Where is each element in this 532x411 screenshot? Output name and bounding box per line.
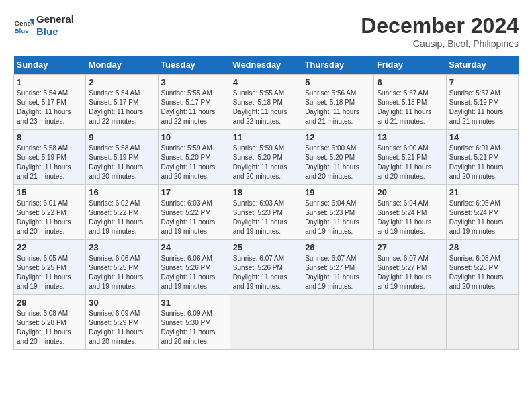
logo-line2: Blue xyxy=(36,26,74,38)
day-info: Sunrise: 5:55 AM Sunset: 5:18 PM Dayligh… xyxy=(233,89,299,126)
calendar-cell: 22 Sunrise: 6:05 AM Sunset: 5:25 PM Dayl… xyxy=(14,240,86,295)
calendar-cell: 21 Sunrise: 6:05 AM Sunset: 5:24 PM Dayl… xyxy=(446,185,518,240)
calendar-week-row: 8 Sunrise: 5:58 AM Sunset: 5:19 PM Dayli… xyxy=(14,130,519,185)
day-info: Sunrise: 5:59 AM Sunset: 5:20 PM Dayligh… xyxy=(161,144,227,181)
calendar-cell: 11 Sunrise: 5:59 AM Sunset: 5:20 PM Dayl… xyxy=(230,130,302,185)
day-number: 26 xyxy=(305,242,371,253)
calendar-cell: 24 Sunrise: 6:06 AM Sunset: 5:26 PM Dayl… xyxy=(158,240,230,295)
day-info: Sunrise: 6:03 AM Sunset: 5:22 PM Dayligh… xyxy=(161,199,227,236)
day-info: Sunrise: 6:08 AM Sunset: 5:28 PM Dayligh… xyxy=(17,309,83,347)
day-number: 24 xyxy=(161,242,227,253)
calendar-week-row: 22 Sunrise: 6:05 AM Sunset: 5:25 PM Dayl… xyxy=(14,240,519,295)
calendar-cell: 8 Sunrise: 5:58 AM Sunset: 5:19 PM Dayli… xyxy=(14,130,86,185)
day-header-sunday: Sunday xyxy=(14,56,86,75)
calendar-cell: 3 Sunrise: 5:55 AM Sunset: 5:17 PM Dayli… xyxy=(158,75,230,130)
day-info: Sunrise: 5:58 AM Sunset: 5:19 PM Dayligh… xyxy=(17,144,83,181)
day-number: 27 xyxy=(377,242,443,253)
calendar-cell: 12 Sunrise: 6:00 AM Sunset: 5:20 PM Dayl… xyxy=(302,130,374,185)
calendar-cell: 16 Sunrise: 6:02 AM Sunset: 5:22 PM Dayl… xyxy=(86,185,158,240)
calendar-cell: 29 Sunrise: 6:08 AM Sunset: 5:28 PM Dayl… xyxy=(14,295,86,350)
day-info: Sunrise: 6:02 AM Sunset: 5:22 PM Dayligh… xyxy=(89,199,154,236)
calendar-cell xyxy=(446,295,518,350)
calendar-week-row: 15 Sunrise: 6:01 AM Sunset: 5:22 PM Dayl… xyxy=(14,185,519,240)
calendar-cell: 14 Sunrise: 6:01 AM Sunset: 5:21 PM Dayl… xyxy=(446,130,518,185)
calendar-cell: 27 Sunrise: 6:07 AM Sunset: 5:27 PM Dayl… xyxy=(374,240,446,295)
calendar-cell: 15 Sunrise: 6:01 AM Sunset: 5:22 PM Dayl… xyxy=(14,185,86,240)
month-title: December 2024 xyxy=(361,13,519,38)
location-subtitle: Causip, Bicol, Philippines xyxy=(361,38,519,49)
day-info: Sunrise: 6:08 AM Sunset: 5:28 PM Dayligh… xyxy=(449,254,515,291)
day-number: 9 xyxy=(89,132,154,142)
logo-line1: General xyxy=(36,13,74,26)
day-header-monday: Monday xyxy=(86,56,158,75)
day-info: Sunrise: 5:57 AM Sunset: 5:19 PM Dayligh… xyxy=(449,89,515,126)
day-number: 23 xyxy=(89,242,154,253)
calendar-cell: 30 Sunrise: 6:09 AM Sunset: 5:29 PM Dayl… xyxy=(86,295,158,350)
logo-svg: General Blue xyxy=(13,15,34,36)
day-number: 16 xyxy=(89,187,154,197)
day-number: 29 xyxy=(17,298,83,308)
day-number: 17 xyxy=(161,187,227,197)
day-number: 18 xyxy=(233,187,299,197)
calendar-cell: 26 Sunrise: 6:07 AM Sunset: 5:27 PM Dayl… xyxy=(302,240,374,295)
day-number: 2 xyxy=(89,77,154,87)
calendar-table: SundayMondayTuesdayWednesdayThursdayFrid… xyxy=(13,56,519,350)
calendar-week-row: 29 Sunrise: 6:08 AM Sunset: 5:28 PM Dayl… xyxy=(14,295,519,350)
calendar-cell: 17 Sunrise: 6:03 AM Sunset: 5:22 PM Dayl… xyxy=(158,185,230,240)
calendar-cell: 20 Sunrise: 6:04 AM Sunset: 5:24 PM Dayl… xyxy=(374,185,446,240)
calendar-cell: 7 Sunrise: 5:57 AM Sunset: 5:19 PM Dayli… xyxy=(446,75,518,130)
title-area: December 2024 Causip, Bicol, Philippines xyxy=(361,13,519,49)
day-number: 6 xyxy=(377,77,443,87)
calendar-cell: 6 Sunrise: 5:57 AM Sunset: 5:18 PM Dayli… xyxy=(374,75,446,130)
day-number: 13 xyxy=(377,132,443,142)
day-number: 4 xyxy=(233,77,299,87)
calendar-cell: 2 Sunrise: 5:54 AM Sunset: 5:17 PM Dayli… xyxy=(86,75,158,130)
day-info: Sunrise: 6:01 AM Sunset: 5:21 PM Dayligh… xyxy=(449,144,515,181)
calendar-cell: 31 Sunrise: 6:09 AM Sunset: 5:30 PM Dayl… xyxy=(158,295,230,350)
day-header-tuesday: Tuesday xyxy=(158,56,230,75)
day-header-thursday: Thursday xyxy=(302,56,374,75)
day-number: 7 xyxy=(449,77,515,87)
day-info: Sunrise: 6:09 AM Sunset: 5:29 PM Dayligh… xyxy=(89,309,154,347)
day-info: Sunrise: 5:58 AM Sunset: 5:19 PM Dayligh… xyxy=(89,144,154,181)
day-number: 14 xyxy=(449,132,515,142)
day-info: Sunrise: 6:09 AM Sunset: 5:30 PM Dayligh… xyxy=(161,309,227,347)
day-number: 22 xyxy=(17,242,83,253)
day-number: 15 xyxy=(17,187,83,197)
calendar-cell: 28 Sunrise: 6:08 AM Sunset: 5:28 PM Dayl… xyxy=(446,240,518,295)
day-number: 10 xyxy=(161,132,227,142)
day-header-wednesday: Wednesday xyxy=(230,56,302,75)
day-info: Sunrise: 6:04 AM Sunset: 5:23 PM Dayligh… xyxy=(305,199,371,236)
calendar-header-row: SundayMondayTuesdayWednesdayThursdayFrid… xyxy=(14,56,519,75)
day-info: Sunrise: 5:56 AM Sunset: 5:18 PM Dayligh… xyxy=(305,89,371,126)
day-number: 8 xyxy=(17,132,83,142)
day-info: Sunrise: 6:05 AM Sunset: 5:25 PM Dayligh… xyxy=(17,254,83,291)
day-number: 31 xyxy=(161,298,227,308)
day-info: Sunrise: 5:54 AM Sunset: 5:17 PM Dayligh… xyxy=(89,89,154,126)
calendar-cell: 13 Sunrise: 6:00 AM Sunset: 5:21 PM Dayl… xyxy=(374,130,446,185)
calendar-week-row: 1 Sunrise: 5:54 AM Sunset: 5:17 PM Dayli… xyxy=(14,75,519,130)
day-info: Sunrise: 5:54 AM Sunset: 5:17 PM Dayligh… xyxy=(17,89,83,126)
calendar-body: 1 Sunrise: 5:54 AM Sunset: 5:17 PM Dayli… xyxy=(14,75,519,350)
day-header-saturday: Saturday xyxy=(446,56,518,75)
day-info: Sunrise: 5:57 AM Sunset: 5:18 PM Dayligh… xyxy=(377,89,443,126)
calendar-cell xyxy=(230,295,302,350)
day-info: Sunrise: 5:59 AM Sunset: 5:20 PM Dayligh… xyxy=(233,144,299,181)
day-number: 21 xyxy=(449,187,515,197)
day-info: Sunrise: 6:00 AM Sunset: 5:21 PM Dayligh… xyxy=(377,144,443,181)
day-info: Sunrise: 6:00 AM Sunset: 5:20 PM Dayligh… xyxy=(305,144,371,181)
day-info: Sunrise: 6:06 AM Sunset: 5:25 PM Dayligh… xyxy=(89,254,154,291)
calendar-cell xyxy=(302,295,374,350)
day-header-friday: Friday xyxy=(374,56,446,75)
day-number: 30 xyxy=(89,298,154,308)
day-info: Sunrise: 6:05 AM Sunset: 5:24 PM Dayligh… xyxy=(449,199,515,236)
calendar-cell: 9 Sunrise: 5:58 AM Sunset: 5:19 PM Dayli… xyxy=(86,130,158,185)
day-info: Sunrise: 5:55 AM Sunset: 5:17 PM Dayligh… xyxy=(161,89,227,126)
calendar-cell: 18 Sunrise: 6:03 AM Sunset: 5:23 PM Dayl… xyxy=(230,185,302,240)
calendar-cell: 23 Sunrise: 6:06 AM Sunset: 5:25 PM Dayl… xyxy=(86,240,158,295)
day-info: Sunrise: 6:06 AM Sunset: 5:26 PM Dayligh… xyxy=(161,254,227,291)
day-number: 20 xyxy=(377,187,443,197)
svg-text:Blue: Blue xyxy=(15,27,30,34)
day-number: 19 xyxy=(305,187,371,197)
calendar-cell: 1 Sunrise: 5:54 AM Sunset: 5:17 PM Dayli… xyxy=(14,75,86,130)
